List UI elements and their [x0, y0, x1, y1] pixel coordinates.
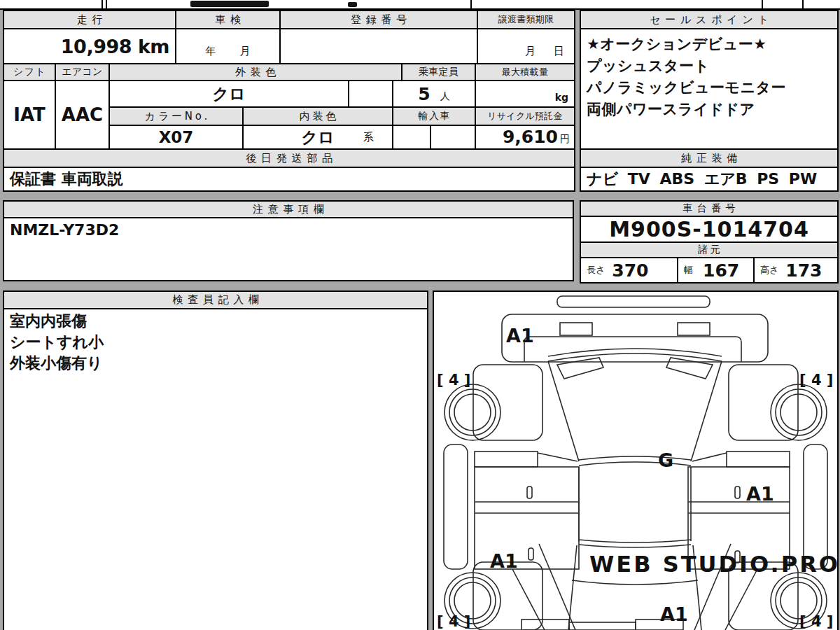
front-grille-strip — [557, 296, 710, 307]
tread-label-rear-right: [ 4 ] — [799, 613, 833, 630]
transfer-deadline-label: 譲渡書類期限 — [498, 13, 554, 26]
color-no-value: X07 — [159, 128, 194, 146]
clipped-text-fragment — [190, 1, 269, 7]
rear-bumper-bar — [569, 622, 636, 630]
bumper-detail-left — [560, 323, 592, 335]
tread-label-rear-left: [ 4 ] — [437, 613, 470, 630]
front-left-fender — [473, 365, 542, 440]
registration-header-label: 登録番号 — [351, 13, 412, 27]
chassis-header-label: 車台番号 — [683, 202, 740, 215]
windshield-top-arc2 — [548, 354, 722, 361]
capacity-value-cell: 5 人 — [392, 80, 476, 108]
spec-length-label: 長さ — [587, 264, 605, 276]
capacity-header-label: 乗車定員 — [419, 66, 458, 78]
shift-value: IAT — [13, 104, 46, 125]
right-door-top — [727, 451, 790, 467]
roof-front-arc2 — [579, 462, 691, 465]
shaken-year-label: 年 — [206, 45, 216, 58]
inspector-note: シートすれ小 — [10, 332, 421, 353]
right-door-crease — [688, 502, 790, 513]
later-parts-value: 保証書 車両取説 — [10, 169, 123, 190]
transfer-month-label: 月 — [525, 45, 536, 58]
roof-rear-arc2 — [579, 545, 691, 547]
mileage-header-label: 走行 — [77, 13, 108, 27]
rear-bumper-left — [522, 620, 569, 630]
sales-point-item: ★オークションデビュー★ — [587, 34, 832, 55]
recycle-deposit-unit: 円 — [560, 133, 570, 146]
interior-color-header-label: 内装色 — [300, 110, 339, 123]
color-no-header-label: カラーNo. — [145, 110, 210, 123]
divider — [106, 0, 107, 8]
windshield-top-arc — [548, 349, 722, 356]
car-outline — [444, 296, 827, 630]
watermark: WEB STUDIO.PRO — [589, 551, 837, 578]
divider — [470, 0, 472, 8]
specs-header: 諸元 — [580, 241, 839, 258]
import-header: 輸入車 — [392, 106, 476, 126]
inspector-header-label: 検査員記入欄 — [172, 293, 264, 307]
later-parts-header-label: 後日発送部品 — [246, 152, 337, 165]
interior-color-header: 内装色 — [242, 106, 393, 126]
front-bumper — [502, 314, 768, 362]
shift-value-cell: IAT — [3, 80, 56, 150]
shaken-month-label: 月 — [240, 45, 251, 58]
equipment-header-label: 純正装備 — [681, 152, 742, 165]
chassis-value-cell: M900S-1014704 — [580, 216, 839, 243]
equipment-header: 純正装備 — [580, 148, 839, 168]
door-handle — [528, 548, 533, 560]
clipped-text-fragment — [348, 2, 357, 7]
capacity-unit: 人 — [440, 90, 450, 103]
interior-color-value-cell: クロ 系 — [242, 125, 393, 150]
car-top-view-diagram: WEB STUDIO.PRO A1 [ 4 ] [ 4 ] G A1 A1 A1… — [434, 292, 837, 630]
chassis-header: 車台番号 — [580, 200, 839, 217]
front-right-fender — [729, 365, 798, 440]
damage-label-a1-rear: A1 — [660, 603, 688, 625]
roof-rear-arc — [579, 540, 691, 542]
mileage-value: 10,998 km — [61, 36, 169, 57]
capacity-header: 乗車定員 — [401, 63, 476, 81]
left-door-top — [475, 451, 538, 467]
mileage-value-cell: 10,998 km — [3, 28, 176, 64]
aircon-value-cell: AAC — [55, 80, 110, 150]
sales-points-header: セールスポイント — [580, 10, 839, 29]
divider — [762, 0, 763, 8]
recycle-deposit-header: リサイクル預託金 — [475, 106, 575, 126]
aircon-header: エアコン — [55, 63, 110, 81]
auction-sheet: 走行 車検 登録番号 譲渡書類期限 10,998 km 年月 月日 シフト エア… — [0, 0, 840, 630]
interior-color-value: クロ — [301, 127, 334, 148]
empty-cell — [348, 80, 393, 108]
max-load-header-label: 最大積載量 — [502, 66, 548, 78]
spec-width-value: 167 — [703, 260, 739, 281]
exterior-color-value-cell: クロ — [108, 80, 349, 108]
recycle-deposit-value-cell: 9,610 円 — [475, 125, 575, 150]
tread-label-front-right: [ 4 ] — [799, 372, 833, 388]
spec-length-cell: 長さ 370 — [580, 257, 678, 284]
exterior-color-header: 外装色 — [108, 63, 402, 81]
left-pillar-line — [538, 453, 578, 461]
specs-header-label: 諸元 — [698, 244, 722, 256]
later-parts-header: 後日発送部品 — [3, 148, 575, 168]
spec-width-cell: 幅 167 — [677, 257, 755, 284]
shaken-header-label: 車検 — [215, 13, 246, 27]
hood-edge — [524, 337, 741, 362]
sales-point-item: パノラミックビューモニター — [587, 77, 832, 99]
import-value-cell — [392, 125, 431, 150]
wiper-right — [666, 358, 713, 379]
exterior-color-value: クロ — [212, 83, 245, 105]
registration-header: 登録番号 — [279, 10, 478, 29]
spec-height-value: 173 — [785, 260, 822, 281]
import-header-label: 輸入車 — [419, 110, 451, 122]
later-parts-value-cell: 保証書 車両取説 — [3, 167, 575, 192]
capacity-value: 5 — [418, 85, 430, 103]
rear-quarter-right2 — [725, 569, 757, 630]
rear-quarter-left — [539, 544, 575, 630]
roof-front-arc — [579, 456, 691, 460]
sales-points-header-label: セールスポイント — [650, 13, 773, 27]
empty-cell — [430, 125, 476, 150]
bumper-detail-right — [678, 323, 710, 335]
spec-width-label: 幅 — [684, 264, 693, 276]
transfer-deadline-header: 譲渡書類期限 — [477, 10, 575, 29]
wiper-left — [557, 358, 603, 379]
equipment-value-cell: ナビ TV ABS エアB PS PW — [580, 167, 839, 192]
recycle-deposit-value: 9,610 — [503, 128, 558, 146]
